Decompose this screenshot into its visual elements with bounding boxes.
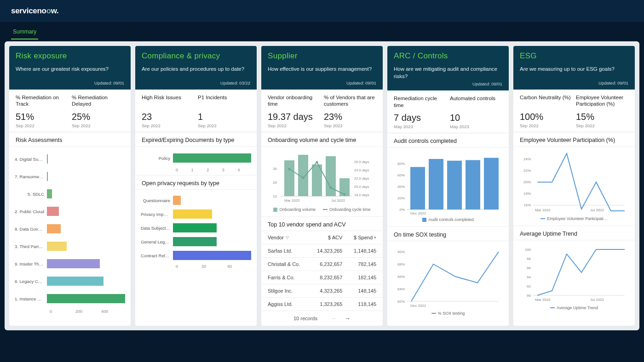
x-axis: 02040 <box>141 264 251 269</box>
svg-text:16%: 16% <box>523 203 531 207</box>
cell-acv: 4,323,265 <box>309 288 343 294</box>
section-title: On time SOX testing <box>387 226 509 241</box>
metric-date: Sep 2022 <box>268 123 320 128</box>
table-row[interactable]: Aggiss Ltd.1,323,265118,145 <box>261 298 383 311</box>
hbar-row[interactable]: General Legal R… <box>141 235 251 249</box>
hbar-label: Questionnaire <box>141 198 173 203</box>
col-header-acv[interactable]: $ ACV <box>309 235 343 240</box>
filter-icon[interactable]: ▽ <box>286 235 289 240</box>
metric-value: 1 <box>198 112 250 122</box>
hbar-row[interactable]: 9. Insider Threat <box>15 255 125 272</box>
table-row[interactable]: Stilgoe Inc.4,323,265148,145 <box>261 284 383 298</box>
metric-remediation-cycle[interactable]: Remediation cycle time 7 days May 2023 <box>394 95 446 129</box>
metric-remediation-delayed[interactable]: % Remediation Delayed 25% Sep 2022 <box>72 94 124 128</box>
chart-legend: Audit controls completed <box>393 215 503 224</box>
chart-legend: Onboarding volume Onboarding cycle time <box>267 205 377 214</box>
chart-uptime-trend[interactable]: 100 98 96 94 92 90 Mar 2022 Jul 2022 Ave… <box>513 240 635 315</box>
svg-text:94: 94 <box>527 275 531 279</box>
next-page-button[interactable]: → <box>344 315 351 322</box>
chart-volunteer-participation[interactable]: 24% 22% 20% 18% 16% Mar 2022 Jul 2022 Em… <box>513 147 635 226</box>
svg-text:18%: 18% <box>523 192 531 196</box>
metric-label: Employee Volunteer Participation (%) <box>576 94 628 108</box>
hbar-label: 2. Public Cloud <box>15 209 47 214</box>
metric-p1-incidents[interactable]: P1 Incidents 1 Sep 2022 <box>198 94 250 128</box>
hbar-label: Privacy Impact A… <box>141 212 173 217</box>
metric-high-risk-issues[interactable]: High Risk Issues 23 Sep 2022 <box>142 94 194 128</box>
metric-remediation-on-track[interactable]: % Remediation on Track 51% Sep 2022 <box>16 94 68 128</box>
chart-sox-testing[interactable]: 90% 88% 86% 84% 82% Dec 2022 % SOX testi… <box>387 241 509 320</box>
metric-volunteer-participation[interactable]: Employee Volunteer Participation (%) 15%… <box>576 94 628 128</box>
card-updated: Updated: 09/01 <box>394 81 502 86</box>
svg-text:Dec 2022: Dec 2022 <box>410 211 426 215</box>
svg-text:96: 96 <box>527 266 531 270</box>
svg-rect-29 <box>447 161 462 209</box>
hbar-row[interactable]: Questionnaire <box>141 193 251 207</box>
hbar-row[interactable]: Privacy Impact A… <box>141 207 251 221</box>
svg-point-15 <box>302 177 305 179</box>
hbar-row[interactable]: 5. SDLC <box>15 185 125 203</box>
svg-text:92: 92 <box>527 284 531 288</box>
col-header-vendor[interactable]: Vendor <box>268 235 284 240</box>
hbar-row[interactable]: 6. Legacy Code … <box>15 272 125 290</box>
metric-value: 19.37 days <box>268 112 320 122</box>
chart-legend: Average Uptime Trend <box>519 304 629 312</box>
svg-text:98: 98 <box>527 257 531 261</box>
card-title: ARC / Controls <box>394 51 502 61</box>
svg-text:Jul 2022: Jul 2022 <box>590 208 604 212</box>
legend-label: Audit controls completed <box>428 217 474 222</box>
metric-vendors-customers-pct[interactable]: % of Vendors that are customers 23% Sep … <box>324 94 376 128</box>
chart-expired-docs[interactable]: Policy01234 <box>135 147 257 175</box>
hbar-label: 8. Data Governa… <box>15 226 47 232</box>
hbar-row[interactable]: Data Subject Re… <box>141 221 251 235</box>
sort-desc-icon[interactable]: ▾ <box>374 235 376 240</box>
svg-text:24%: 24% <box>523 157 531 161</box>
svg-text:88%: 88% <box>397 262 405 266</box>
hbar-row[interactable]: 1. Instance Secur… <box>15 290 125 307</box>
tab-summary[interactable]: Summary <box>11 27 38 40</box>
chart-onboarding[interactable]: 10 20 30 26.0 days 24.0 days 22.0 days 2… <box>261 147 383 216</box>
hbar-label: 9. Insider Threat <box>15 261 47 266</box>
metric-date: Sep 2022 <box>520 123 572 128</box>
hbar-row[interactable]: Contract Relate… <box>141 249 251 262</box>
section-title: Open privacy requests by type <box>135 175 257 190</box>
chart-risk-assessments[interactable]: 4. Digital Supply…7. Ransomware5. SDLC2.… <box>9 147 131 317</box>
hbar-row[interactable]: Policy <box>141 150 251 166</box>
table-footer: 10 records ← → <box>261 311 383 326</box>
metrics-row: Carbon Neutrality (%) 100% Sep 2022 Empl… <box>513 90 635 132</box>
hbar-row[interactable]: 4. Digital Supply… <box>15 150 125 168</box>
svg-rect-30 <box>466 160 480 210</box>
card-subtitle: How are we mitigating audit and complian… <box>394 65 502 80</box>
table-row[interactable]: Christall & Co.6,232,657782,145 <box>261 258 383 271</box>
col-header-spend[interactable]: $ Spend <box>354 235 373 240</box>
metric-carbon-neutrality[interactable]: Carbon Neutrality (%) 100% Sep 2022 <box>520 94 572 128</box>
prev-page-button[interactable]: ← <box>331 315 338 322</box>
metrics-row: Vendor onboarding time 19.37 days Sep 20… <box>261 90 383 132</box>
legend-label: Onboarding cycle time <box>329 207 371 212</box>
card-updated: Updated: 09/01 <box>520 80 628 85</box>
metric-onboarding-time[interactable]: Vendor onboarding time 19.37 days Sep 20… <box>268 94 320 128</box>
hbar-row[interactable]: 7. Ransomware <box>15 168 125 185</box>
card-head: ESG Are we measuring up to our ESG goals… <box>513 46 635 90</box>
card-title: Compliance & privacy <box>142 51 250 61</box>
chart-privacy-requests[interactable]: QuestionnairePrivacy Impact A…Data Subje… <box>135 190 257 272</box>
svg-text:80%: 80% <box>397 162 405 166</box>
card-updated: Updated: 03/22 <box>142 80 250 85</box>
hbar-row[interactable]: 8. Data Governa… <box>15 220 125 238</box>
legend-label: Average Uptime Trend <box>557 305 598 310</box>
table-row[interactable]: Farris & Co.8,232,657182,145 <box>261 271 383 284</box>
section-title: Employee Volunteer Participation (%) <box>513 132 635 147</box>
table-row[interactable]: Sarfas Ltd.14,323,2651,148,145 <box>261 244 383 258</box>
hbar-row[interactable]: 2. Public Cloud <box>15 203 125 220</box>
hbar-label: 1. Instance Secur… <box>15 296 47 301</box>
chart-audit-controls[interactable]: 80% 60% 40% 20% 0% Dec 2022 Audit contro… <box>387 147 509 226</box>
vendor-table[interactable]: Vendor ▽ $ ACV $ Spend ▾ Sarfas Ltd.14,3… <box>261 231 383 326</box>
cell-spend: 118,145 <box>342 301 376 307</box>
svg-text:18.0 days: 18.0 days <box>354 193 369 197</box>
hbar-row[interactable]: 3. Third Party Vul… <box>15 238 125 255</box>
svg-text:Jul 2022: Jul 2022 <box>331 198 345 203</box>
metric-automated-controls[interactable]: Automated controls 10 May 2023 <box>450 95 502 129</box>
hbar-label: 3. Third Party Vul… <box>15 244 47 249</box>
metric-date: Sep 2022 <box>576 123 628 128</box>
svg-point-18 <box>344 193 346 196</box>
hbar-label: 5. SDLC <box>15 192 47 197</box>
